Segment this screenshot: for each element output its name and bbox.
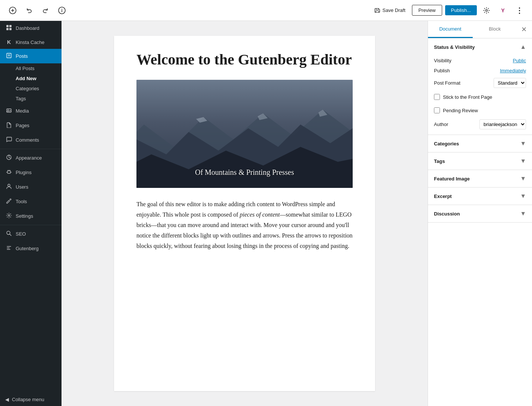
posts-icon <box>5 53 13 60</box>
sidebar-label-kinsta: Kinsta Cache <box>16 40 44 45</box>
sidebar-item-categories[interactable]: Categories <box>0 84 62 94</box>
save-draft-button[interactable]: Save Draft <box>371 5 409 16</box>
svg-rect-12 <box>7 53 11 58</box>
sidebar-item-appearance[interactable]: Appearance <box>0 151 62 165</box>
info-button[interactable] <box>55 4 69 17</box>
main-layout: Dashboard K Kinsta Cache Posts All Posts… <box>0 21 532 406</box>
post-format-select[interactable]: Standard Aside Image Video Quote Link Ga… <box>494 78 526 88</box>
visibility-value[interactable]: Public <box>513 58 526 63</box>
sidebar-item-comments[interactable]: Comments <box>0 133 62 147</box>
publish-button[interactable]: Publish... <box>445 5 477 15</box>
svg-point-7 <box>486 9 488 11</box>
sidebar-label-seo: SEO <box>16 231 26 237</box>
featured-image-block[interactable]: Of Mountains & Printing Presses <box>136 80 353 188</box>
stick-front-page-checkbox[interactable] <box>434 94 440 100</box>
post-body[interactable]: The goal of this new editor is to make a… <box>136 199 353 251</box>
sidebar-item-all-posts[interactable]: All Posts <box>0 63 62 73</box>
section-featured-image: Featured Image ▼ <box>428 170 532 188</box>
sidebar-item-gutenberg[interactable]: Gutenberg <box>0 241 62 256</box>
yoast-button[interactable]: Y <box>496 4 510 17</box>
image-caption: Of Mountains & Printing Presses <box>195 168 294 177</box>
sidebar-label-posts: Posts <box>16 53 28 59</box>
undo-button[interactable] <box>22 4 36 17</box>
sidebar-label-plugins: Plugins <box>16 170 32 175</box>
chevron-down-discussion-icon: ▼ <box>520 210 526 217</box>
chevron-down-categories-icon: ▼ <box>520 140 526 147</box>
section-tags-header[interactable]: Tags ▼ <box>428 152 532 170</box>
chevron-down-excerpt-icon: ▼ <box>520 193 526 199</box>
post-format-row: Post Format Standard Aside Image Video Q… <box>428 76 532 90</box>
publish-row: Publish Immediately <box>428 66 532 76</box>
section-discussion-header[interactable]: Discussion ▼ <box>428 205 532 222</box>
sidebar-item-seo[interactable]: SEO <box>0 227 62 241</box>
section-excerpt-title: Excerpt <box>434 193 452 199</box>
post-title[interactable]: Welcome to the Gutenberg Editor <box>136 51 353 69</box>
panel-close-button[interactable]: ✕ <box>517 23 531 36</box>
sidebar-item-add-new[interactable]: Add New <box>0 73 62 84</box>
sidebar-item-dashboard[interactable]: Dashboard <box>0 21 62 35</box>
redo-button[interactable] <box>39 4 52 17</box>
settings-button[interactable] <box>480 4 493 17</box>
pending-review-row: Pending Review <box>428 104 532 117</box>
collapse-menu-button[interactable]: ◀ Collapse menu <box>0 393 62 406</box>
appearance-icon <box>5 154 13 161</box>
section-categories-header[interactable]: Categories ▼ <box>428 135 532 152</box>
sidebar-item-kinsta[interactable]: K Kinsta Cache <box>0 35 62 49</box>
sidebar-label-media: Media <box>16 108 29 114</box>
section-tags: Tags ▼ <box>428 152 532 170</box>
chevron-down-featured-icon: ▼ <box>520 175 526 182</box>
pages-icon <box>5 122 13 129</box>
toolbar-left <box>6 4 368 17</box>
svg-rect-10 <box>6 28 9 30</box>
svg-rect-8 <box>6 25 9 27</box>
section-featured-image-title: Featured Image <box>434 176 470 182</box>
section-excerpt-header[interactable]: Excerpt ▼ <box>428 188 532 205</box>
chevron-up-icon: ▲ <box>520 44 526 50</box>
svg-rect-18 <box>7 171 10 173</box>
sidebar-label-settings: Settings <box>16 213 33 219</box>
preview-button[interactable]: Preview <box>412 5 442 16</box>
sidebar-item-users[interactable]: Users <box>0 180 62 194</box>
section-discussion: Discussion ▼ <box>428 205 532 223</box>
section-status-visibility: Status & Visibility ▲ Visibility Public … <box>428 38 532 135</box>
media-icon <box>5 107 13 114</box>
pending-review-checkbox[interactable] <box>434 107 440 113</box>
seo-icon <box>5 230 13 237</box>
svg-point-21 <box>8 184 10 186</box>
section-categories: Categories ▼ <box>428 135 532 152</box>
section-status-visibility-header[interactable]: Status & Visibility ▲ <box>428 38 532 56</box>
sidebar-item-posts[interactable]: Posts <box>0 49 62 63</box>
editor-area: Welcome to the Gutenberg Editor <box>62 21 428 406</box>
sidebar-divider-2 <box>0 225 62 225</box>
tools-icon <box>5 198 13 205</box>
sidebar-item-tools[interactable]: Tools <box>0 194 62 209</box>
sidebar-item-plugins[interactable]: Plugins <box>0 165 62 180</box>
section-featured-image-header[interactable]: Featured Image ▼ <box>428 170 532 187</box>
chevron-down-tags-icon: ▼ <box>520 158 526 164</box>
sidebar-item-media[interactable]: Media <box>0 104 62 118</box>
more-options-button[interactable]: ⋮ <box>513 4 526 17</box>
publish-value[interactable]: Immediately <box>500 68 526 73</box>
svg-line-24 <box>10 234 11 236</box>
stick-front-page-label[interactable]: Stick to the Front Page <box>443 94 492 100</box>
tab-document[interactable]: Document <box>428 21 473 38</box>
sidebar-item-tags[interactable]: Tags <box>0 94 62 104</box>
sidebar-label-users: Users <box>16 184 28 190</box>
users-icon <box>5 183 13 191</box>
sidebar-label-dashboard: Dashboard <box>16 25 40 31</box>
author-row: Author brianleejackson <box>428 117 532 132</box>
toolbar-right: Save Draft Preview Publish... Y ⋮ <box>371 4 526 17</box>
add-block-button[interactable] <box>6 4 19 17</box>
section-excerpt: Excerpt ▼ <box>428 188 532 205</box>
kinsta-icon: K <box>5 39 13 45</box>
settings-sidebar-icon <box>5 213 13 220</box>
sidebar-item-pages[interactable]: Pages <box>0 118 62 133</box>
section-discussion-title: Discussion <box>434 211 460 217</box>
sidebar: Dashboard K Kinsta Cache Posts All Posts… <box>0 21 62 406</box>
pending-review-label[interactable]: Pending Review <box>443 108 478 113</box>
tab-block[interactable]: Block <box>473 21 517 38</box>
sidebar-item-settings[interactable]: Settings <box>0 209 62 223</box>
author-select[interactable]: brianleejackson <box>479 119 526 129</box>
visibility-label: Visibility <box>434 58 451 63</box>
section-status-title: Status & Visibility <box>434 44 475 50</box>
